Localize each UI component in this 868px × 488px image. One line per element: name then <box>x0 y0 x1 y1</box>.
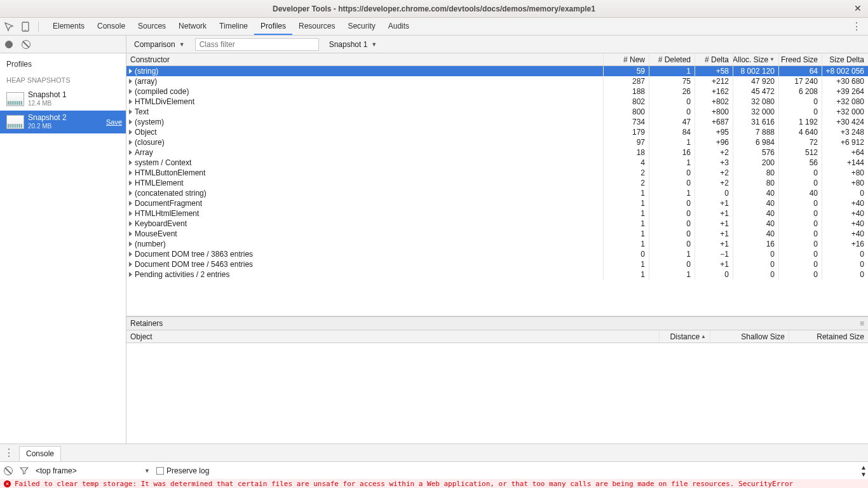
retainers-column-header[interactable]: Shallow Size <box>710 330 789 342</box>
disclosure-triangle-icon[interactable] <box>129 221 132 226</box>
table-row[interactable]: (compiled code)18826+16245 4726 208+39 2… <box>126 86 868 97</box>
disclosure-triangle-icon[interactable] <box>129 272 132 277</box>
table-row[interactable]: KeyboardEvent10+1400+40 <box>126 219 868 229</box>
table-row[interactable]: (system)73447+68731 6161 192+30 424 <box>126 117 868 127</box>
constructor-cell: (array) <box>126 76 604 86</box>
tab-elements[interactable]: Elements <box>46 18 91 35</box>
console-tab[interactable]: Console <box>19 446 61 461</box>
table-row[interactable]: Pending activities / 2 entries110000 <box>126 269 868 280</box>
disclosure-triangle-icon[interactable] <box>129 79 132 84</box>
disclosure-triangle-icon[interactable] <box>129 119 132 125</box>
tab-security[interactable]: Security <box>341 18 381 35</box>
value-cell: +144 <box>822 158 868 168</box>
table-row[interactable]: (array)28775+21247 92017 240+30 680 <box>126 76 868 86</box>
disclosure-triangle-icon[interactable] <box>129 109 132 114</box>
column-header[interactable]: # Delta <box>695 53 733 65</box>
table-row[interactable]: DocumentFragment10+1400+40 <box>126 198 868 208</box>
table-row[interactable]: HTMLHtmlElement10+1400+40 <box>126 208 868 219</box>
retainers-menu-icon[interactable]: ≡ <box>860 319 864 328</box>
table-row[interactable]: Array1816+2576512+64 <box>126 147 868 158</box>
drawer-menu-icon[interactable]: ⋮ <box>4 447 14 459</box>
table-row[interactable]: (concatenated string)11040400 <box>126 188 868 198</box>
column-header[interactable]: Freed Size <box>779 53 822 65</box>
value-cell: 0 <box>649 208 695 219</box>
table-row[interactable]: (number)10+1160+16 <box>126 239 868 249</box>
base-snapshot-select[interactable]: Snapshot 1 ▼ <box>327 39 380 50</box>
retainers-column-header[interactable]: Object <box>126 330 660 342</box>
table-row[interactable]: Document DOM tree / 3863 entries01−1000 <box>126 249 868 259</box>
retainers-column-header[interactable]: Retained Size <box>789 330 868 342</box>
inspect-element-icon[interactable] <box>4 22 14 32</box>
disclosure-triangle-icon[interactable] <box>129 252 132 257</box>
value-cell: +40 <box>822 198 868 208</box>
value-cell: 0 <box>779 229 822 239</box>
overflow-menu-icon[interactable]: ⋮ <box>849 20 864 32</box>
value-cell: +2 <box>695 147 733 158</box>
value-cell: 1 <box>649 137 695 147</box>
disclosure-triangle-icon[interactable] <box>129 69 132 74</box>
value-cell: 40 <box>733 188 779 198</box>
record-icon[interactable] <box>5 41 13 48</box>
snapshot-save-link[interactable]: Save <box>106 118 122 126</box>
table-row[interactable]: HTMLElement20+2800+80 <box>126 178 868 188</box>
tab-timeline[interactable]: Timeline <box>213 18 254 35</box>
value-cell: 1 <box>604 259 649 269</box>
tab-profiles[interactable]: Profiles <box>254 18 292 35</box>
value-cell: +8 002 056 <box>822 66 868 76</box>
column-header[interactable]: Alloc. Size <box>733 53 779 65</box>
tab-console[interactable]: Console <box>91 18 132 35</box>
disclosure-triangle-icon[interactable] <box>129 160 132 165</box>
disclosure-triangle-icon[interactable] <box>129 89 132 94</box>
preserve-log-label: Preserve log <box>166 466 209 475</box>
table-row[interactable]: HTMLDivElement8020+80232 0800+32 080 <box>126 97 868 107</box>
column-header[interactable]: # Deleted <box>649 53 695 65</box>
disclosure-triangle-icon[interactable] <box>129 150 132 155</box>
table-row[interactable]: Object17984+957 8884 640+3 248 <box>126 127 868 137</box>
tab-network[interactable]: Network <box>172 18 213 35</box>
value-cell: 72 <box>779 137 822 147</box>
snapshot-item[interactable]: Snapshot 220.2 MBSave <box>0 111 126 133</box>
tab-sources[interactable]: Sources <box>132 18 172 35</box>
tab-audits[interactable]: Audits <box>382 18 416 35</box>
clear-console-icon[interactable] <box>4 466 13 475</box>
disclosure-triangle-icon[interactable] <box>129 140 132 145</box>
value-cell: 80 <box>733 178 779 188</box>
preserve-log-toggle[interactable]: Preserve log <box>156 466 209 475</box>
view-select[interactable]: Comparison ▼ <box>132 39 187 50</box>
value-cell: 734 <box>604 117 649 127</box>
class-filter-input[interactable] <box>195 38 319 51</box>
value-cell: 1 <box>604 229 649 239</box>
disclosure-triangle-icon[interactable] <box>129 211 132 216</box>
retainers-column-header[interactable]: Distance <box>660 330 710 342</box>
column-header[interactable]: Size Delta <box>822 53 868 65</box>
clear-icon[interactable] <box>22 40 31 49</box>
table-row[interactable]: MouseEvent10+1400+40 <box>126 229 868 239</box>
table-row[interactable]: Text8000+80032 0000+32 000 <box>126 107 868 117</box>
device-mode-icon[interactable] <box>20 22 31 32</box>
disclosure-triangle-icon[interactable] <box>129 241 132 247</box>
table-row[interactable]: (closure)971+966 98472+6 912 <box>126 137 868 147</box>
disclosure-triangle-icon[interactable] <box>129 170 132 175</box>
value-cell: 1 <box>604 219 649 229</box>
snapshot-item[interactable]: Snapshot 112.4 MB <box>0 88 126 111</box>
disclosure-triangle-icon[interactable] <box>129 231 132 236</box>
filter-icon[interactable] <box>19 466 29 476</box>
tab-resources[interactable]: Resources <box>292 18 341 35</box>
value-cell: 40 <box>733 198 779 208</box>
disclosure-triangle-icon[interactable] <box>129 99 132 104</box>
disclosure-triangle-icon[interactable] <box>129 191 132 196</box>
frame-select[interactable]: <top frame> ▼ <box>36 466 150 475</box>
disclosure-triangle-icon[interactable] <box>129 201 132 206</box>
table-row[interactable]: (string)591+588 002 12064+8 002 056 <box>126 66 868 76</box>
value-cell: 0 <box>822 249 868 259</box>
table-row[interactable]: Document DOM tree / 5463 entries10+1000 <box>126 259 868 269</box>
table-row[interactable]: HTMLButtonElement20+2800+80 <box>126 168 868 178</box>
value-cell: 47 <box>649 117 695 127</box>
table-row[interactable]: system / Context41+320056+144 <box>126 158 868 168</box>
column-header[interactable]: Constructor <box>126 53 604 65</box>
column-header[interactable]: # New <box>604 53 649 65</box>
disclosure-triangle-icon[interactable] <box>129 180 132 186</box>
disclosure-triangle-icon[interactable] <box>129 130 132 135</box>
window-close-icon[interactable]: ✕ <box>853 3 863 13</box>
disclosure-triangle-icon[interactable] <box>129 262 132 267</box>
